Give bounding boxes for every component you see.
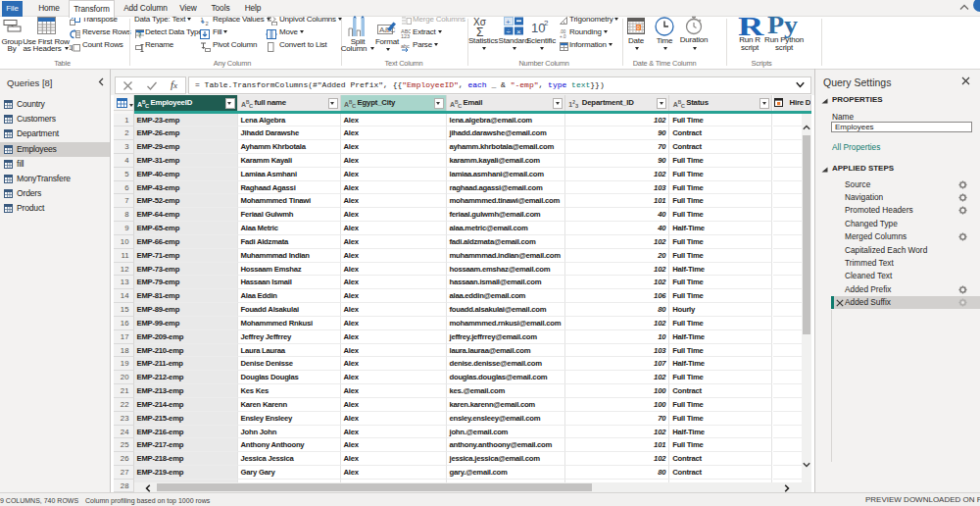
svg-text:123: 123 <box>401 33 410 38</box>
svg-text:+: + <box>506 18 511 26</box>
svg-text:0: 0 <box>637 25 640 30</box>
svg-text:×: × <box>516 27 521 36</box>
svg-text:2: 2 <box>206 20 209 25</box>
svg-text:+.0: +.0 <box>560 34 566 38</box>
svg-text:÷: ÷ <box>507 27 512 36</box>
svg-text:2: 2 <box>544 19 549 27</box>
svg-text:?: ? <box>138 31 142 38</box>
svg-text:abc: abc <box>401 43 410 49</box>
